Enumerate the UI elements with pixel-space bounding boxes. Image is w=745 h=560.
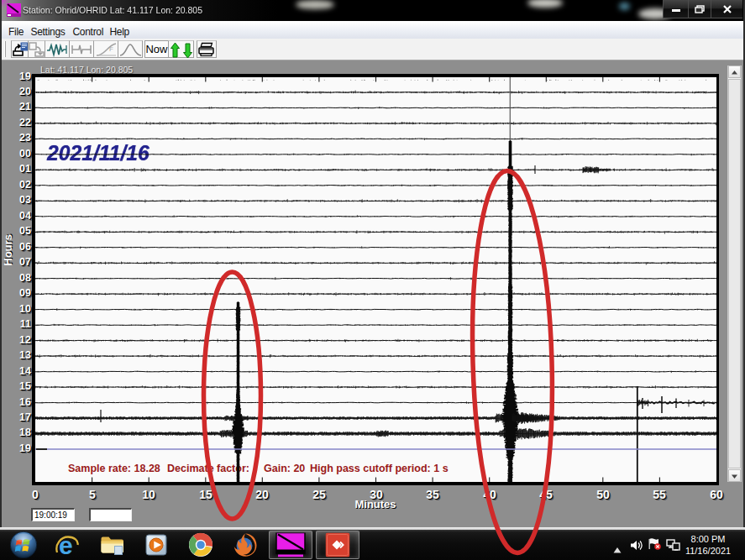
- svg-text:F: F: [109, 45, 113, 53]
- svg-text:e: e: [59, 531, 73, 558]
